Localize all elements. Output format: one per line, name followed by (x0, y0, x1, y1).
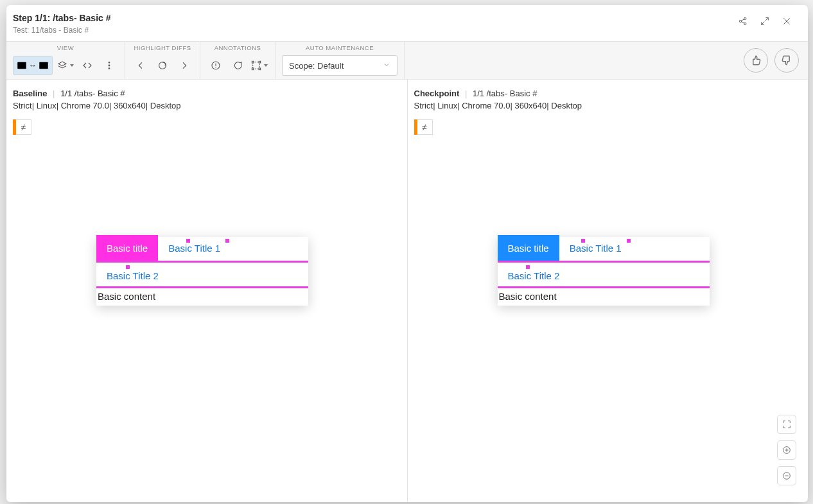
prev-diff-button[interactable] (132, 56, 150, 75)
test-subtitle: Test: 11/tabs - Basic # (13, 26, 111, 35)
step-title: Step 1/1: /tabs- Basic # (13, 13, 111, 23)
svg-point-0 (739, 20, 741, 22)
svg-point-22 (215, 67, 216, 68)
svg-line-4 (741, 22, 744, 24)
svg-line-6 (762, 22, 765, 25)
baseline-os: Linux (37, 101, 57, 110)
svg-rect-26 (252, 68, 254, 70)
svg-point-2 (744, 22, 746, 24)
checkpoint-mode: Strict (414, 101, 433, 110)
thumbs-down-button[interactable] (774, 48, 799, 73)
step-editor-modal: Step 1/1: /tabs- Basic # Test: 11/tabs -… (6, 5, 808, 502)
svg-rect-27 (259, 68, 261, 70)
code-button[interactable] (78, 56, 96, 75)
baseline-pane: Baseline | 1/1 /tabs- Basic # Strict| Li… (6, 80, 407, 502)
svg-rect-25 (259, 61, 261, 63)
svg-point-16 (109, 62, 110, 63)
svg-rect-12 (39, 62, 48, 69)
baseline-browser: Chrome 70.0 (61, 101, 109, 110)
checkpoint-screenshot[interactable]: Basic title Basic Title 1 Basic Title 2 (498, 237, 710, 306)
close-icon[interactable] (781, 15, 792, 27)
checkpoint-device: Desktop (551, 101, 582, 110)
diff-target-button[interactable] (153, 56, 171, 75)
baseline-screenshot[interactable]: Basic title Basic Title 1 Basic Title 2 (96, 237, 308, 306)
zoom-controls (777, 415, 796, 485)
checkpoint-tab-2: Basic Title 2 (498, 263, 570, 288)
not-equal-icon: ≠ (417, 119, 433, 135)
layers-button[interactable] (57, 56, 74, 75)
comment-button[interactable] (229, 56, 247, 75)
baseline-tab-2: Basic Title 2 (96, 263, 169, 288)
baseline-diff-chip[interactable]: ≠ (13, 119, 31, 135)
issue-button[interactable] (207, 56, 225, 75)
svg-line-3 (741, 19, 744, 21)
svg-line-5 (765, 18, 769, 21)
checkpoint-browser: Chrome 70.0 (462, 101, 510, 110)
expand-icon[interactable] (759, 15, 771, 27)
checkpoint-viewport: 360x640 (514, 101, 546, 110)
toolbar-label-maintenance: AUTO MAINTENANCE (306, 44, 374, 51)
zoom-in-button[interactable] (777, 440, 796, 460)
checkpoint-tab-1: Basic Title 1 (559, 235, 632, 261)
checkpoint-pane: Checkpoint | 1/1 /tabs- Basic # Strict| … (407, 80, 809, 502)
toolbar: VIEW ↔ HIGHLIGHT DIFFS (6, 41, 808, 80)
scope-select[interactable]: Scope: Default (282, 55, 398, 76)
svg-point-17 (109, 65, 110, 66)
scope-value: Scope: Default (289, 61, 344, 71)
region-button[interactable] (250, 56, 268, 75)
baseline-label: Baseline (13, 89, 47, 98)
share-icon[interactable] (737, 15, 749, 27)
svg-point-1 (744, 17, 746, 19)
toolbar-group-diffs: HIGHLIGHT DIFFS (125, 42, 200, 79)
svg-marker-15 (58, 62, 66, 66)
toolbar-label-diffs: HIGHLIGHT DIFFS (134, 44, 191, 51)
not-equal-icon: ≠ (16, 119, 31, 135)
toolbar-approval (735, 42, 808, 79)
svg-rect-9 (17, 62, 26, 69)
checkpoint-diff-chip[interactable]: ≠ (414, 119, 433, 135)
toolbar-label-view: VIEW (57, 44, 74, 51)
zoom-out-button[interactable] (777, 466, 796, 485)
svg-rect-24 (252, 61, 254, 63)
checkpoint-label: Checkpoint (414, 89, 460, 98)
baseline-step: 1/1 /tabs- Basic # (60, 89, 125, 98)
toolbar-label-annotations: ANNOTATIONS (214, 44, 261, 51)
fit-button[interactable] (777, 415, 796, 434)
checkpoint-os: Linux (437, 101, 457, 110)
baseline-mode: Strict (13, 101, 32, 110)
checkpoint-tab-content: Basic content (498, 288, 710, 306)
baseline-tab-1: Basic Title 1 (158, 235, 231, 261)
toolbar-group-maintenance: AUTO MAINTENANCE Scope: Default (275, 42, 405, 79)
checkpoint-step: 1/1 /tabs- Basic # (473, 89, 537, 98)
svg-point-18 (109, 68, 110, 69)
layout-side-by-side-toggle[interactable]: ↔ (13, 56, 53, 75)
next-diff-button[interactable] (175, 56, 193, 75)
chevron-down-icon (383, 61, 390, 71)
modal-header: Step 1/1: /tabs- Basic # Test: 11/tabs -… (6, 5, 808, 41)
baseline-tab-content: Basic content (96, 288, 308, 306)
more-icon[interactable] (100, 56, 118, 75)
baseline-tab-active: Basic title (96, 235, 158, 261)
baseline-device: Desktop (150, 101, 181, 110)
checkpoint-tab-active: Basic title (498, 235, 559, 261)
thumbs-up-button[interactable] (744, 48, 768, 73)
toolbar-group-view: VIEW ↔ (6, 42, 125, 79)
toolbar-group-annotations: ANNOTATIONS (200, 42, 275, 79)
compare-area: Baseline | 1/1 /tabs- Basic # Strict| Li… (6, 80, 808, 502)
baseline-viewport: 360x640 (114, 101, 146, 110)
